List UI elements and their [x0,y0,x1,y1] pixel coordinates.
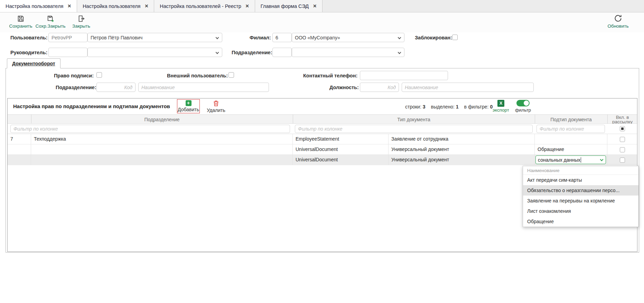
plus-icon: + [186,100,192,106]
close-icon[interactable]: ✕ [313,3,317,9]
doc-type-name-cell: Универсальный документ [389,155,535,165]
chevron-down-icon [398,36,401,39]
department-name-combobox[interactable] [292,48,404,57]
department-cell [31,155,293,165]
add-button-highlight: + Добавить [177,99,200,113]
branch-name-combobox[interactable]: ООО «MyCompany» [292,33,404,42]
close-icon[interactable]: ✕ [144,3,148,9]
toggle-on-icon [516,100,530,106]
mailing-checkbox[interactable] [620,147,625,152]
mailing-cell [607,144,637,155]
save-close-icon [47,15,54,22]
add-row-button[interactable]: + Добавить [178,100,199,112]
tab-bar: Настройка пользователя ✕ Настройка польз… [0,0,644,12]
contact-phone-input[interactable] [360,71,448,80]
filter-row [8,124,637,134]
department-code-input[interactable] [272,48,292,57]
tab-document-flow-label: Документооборот [12,61,55,66]
dropdown-item[interactable]: Заявление на перерывы на кормление [523,196,638,206]
dropdown-item-highlighted[interactable]: Обязательство о неразглашении персо... [523,185,638,196]
chevron-down-icon [216,36,219,39]
rows-stat: строки: 3 [405,104,426,110]
filter-mailing-checkbox[interactable] [620,126,625,131]
column-header-doc-type[interactable]: Тип документа [293,115,535,124]
selected-stat: выделено: 1 [431,104,459,110]
user-name-value: Петров Пётр Павлович [91,35,142,40]
table-row[interactable]: 7 Техподдержка EmployeeStatement Заявлен… [8,134,637,144]
doc-type-name-cell: Заявление от сотрудника [389,134,535,144]
branch-code-input[interactable] [272,33,292,42]
close-icon[interactable]: ✕ [67,3,71,9]
department-cell [31,144,293,155]
filter-doc-subtype-input[interactable] [536,125,605,133]
doc-subtype-cell: сональных данных [535,155,607,165]
subtype-combobox-editor[interactable]: сональных данных [535,155,606,164]
filter-doc-type-input[interactable] [295,125,533,133]
table-row[interactable]: UniversalDocument Универсальный документ… [8,144,637,155]
tab-label: Настройка пользователей - Реестр [160,3,241,9]
row-number-cell [8,155,31,165]
chevron-down-icon [216,51,219,54]
save-button[interactable]: Сохранить [10,15,32,29]
manager-code-input[interactable] [48,48,87,57]
manager-name-combobox[interactable] [87,48,222,57]
table-row-selected[interactable]: UniversalDocument Универсальный документ… [8,155,637,165]
position-code-input[interactable] [360,83,399,92]
dropdown-item[interactable]: Лист ознакомления [523,206,638,216]
external-user-checkbox[interactable] [228,72,234,78]
toolbar: Сохранить Сохр.Закрыть Закрыть Обновить [0,12,644,32]
export-excel-button[interactable]: X экспорт [491,100,511,113]
manager-label: Руководитель: [10,50,47,55]
column-header-mailing[interactable]: Вкл. в рассылку [607,115,637,124]
dropdown-item[interactable]: Акт передачи сим-карты [523,175,638,185]
column-header-department[interactable]: Подразделение [31,115,293,124]
sign-right-checkbox[interactable] [96,72,102,78]
refresh-icon [614,14,622,22]
branch-name-value: ООО «MyCompany» [295,35,340,40]
grid-title: Настройка прав по подразделениям и подти… [13,103,170,109]
trash-icon [213,100,220,107]
tab-main-form[interactable]: Главная форма СЭД ✕ [255,0,323,12]
tab-label: Настройка пользователя [6,3,63,9]
doc-type-code-cell: UniversalDocument [293,155,389,165]
user-code-input[interactable] [48,33,87,42]
close-form-label: Закрыть [72,23,90,29]
chevron-down-icon [600,158,603,161]
column-header-doc-subtype[interactable]: Подтип документа [535,115,607,124]
tab-user-settings-1[interactable]: Настройка пользователя ✕ [0,0,77,12]
branch-label: Филиал: [250,35,270,40]
contact-phone-label: Контактный телефон: [303,73,357,78]
mailing-checkbox[interactable] [620,158,625,163]
close-icon[interactable]: ✕ [245,3,249,9]
tab-users-registry[interactable]: Настройка пользователей - Реестр ✕ [154,0,255,12]
subtype-dropdown-popup: Наименование Акт передачи сим-карты Обяз… [523,166,639,227]
sub-department-code-input[interactable] [96,83,136,92]
export-label: экспорт [493,107,509,113]
dropdown-item[interactable]: Обращение [523,216,638,227]
position-name-input[interactable] [402,83,534,92]
filter-toggle-button[interactable]: фильтр [513,100,533,113]
app-window: Настройка пользователя ✕ Настройка польз… [0,0,644,303]
external-user-label: Внешний пользователь: [167,73,226,78]
mailing-checkbox[interactable] [620,137,625,142]
close-form-button[interactable]: Закрыть [71,15,92,29]
sub-department-label: Подразделение: [56,85,94,90]
doc-subtype-cell: Обращение [535,144,607,155]
blocked-checkbox[interactable] [452,35,458,40]
tab-document-flow[interactable]: Документооборот [7,58,60,68]
subtype-dropdown-button[interactable] [597,156,606,164]
exit-door-icon [77,15,85,22]
row-number-cell: 7 [8,134,31,144]
filter-department-input[interactable] [10,125,290,133]
tab-user-settings-2[interactable]: Настройка пользователя ✕ [77,0,154,12]
doc-type-code-cell: UniversalDocument [293,144,389,155]
user-name-combobox[interactable]: Петров Пётр Павлович [87,33,222,42]
refresh-button[interactable]: Обновить [607,14,629,29]
refresh-label: Обновить [607,23,628,29]
save-icon [17,15,25,22]
table-header: Подразделение Тип документа Подтип докум… [8,114,637,124]
save-close-button[interactable]: Сохр.Закрыть [36,15,65,29]
dropdown-column-header: Наименование [523,166,638,175]
delete-row-button[interactable]: Удалить [205,100,227,113]
sub-department-name-input[interactable] [138,83,269,92]
